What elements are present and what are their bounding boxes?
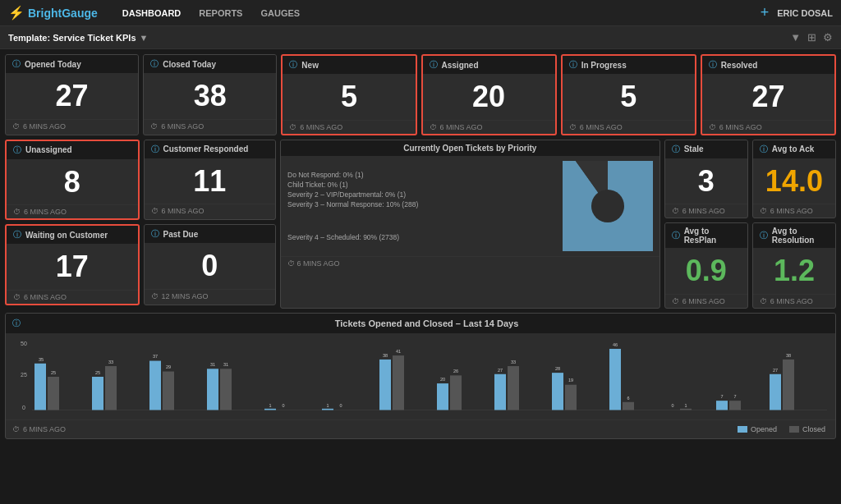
settings-icon[interactable]: ⚙ <box>823 31 833 44</box>
info-icon[interactable]: ⓘ <box>13 229 21 241</box>
navbar: ⚡ BrightGauge DASHBOARD REPORTS GAUGES +… <box>0 0 841 26</box>
clock-icon: ⏱ <box>709 123 716 131</box>
clock-icon: ⏱ <box>12 122 20 131</box>
customer-responded-card: ⓘCustomer Responded 11 ⏱6 MINS AGO <box>144 140 277 221</box>
nav-gauges[interactable]: GAUGES <box>252 5 308 21</box>
svg-text:30/Jan/2015: 30/Jan/2015 <box>208 413 228 414</box>
svg-text:38: 38 <box>383 353 388 358</box>
bar-chart-svg: 50 25 0 35 25 27/Jan/2015 25 33 28/J <box>14 340 827 414</box>
avg-to-resolution-card: ⓘAvg to Resolution 1.2 ⏱6 MINS AGO <box>752 222 836 309</box>
info-icon[interactable]: ⓘ <box>150 58 159 70</box>
bar-chart-time: 6 MINS AGO <box>23 425 66 433</box>
info-icon[interactable]: ⓘ <box>289 59 297 71</box>
pie-legend-item: Child Ticket: 0% (1) <box>287 181 554 189</box>
svg-text:06/Feb/2015: 06/Feb/2015 <box>609 413 631 414</box>
bar-closed <box>680 409 692 410</box>
bar-opened <box>716 401 728 410</box>
filter-icon[interactable]: ▼ <box>790 31 801 44</box>
clock-icon: ⏱ <box>151 292 159 300</box>
svg-text:35: 35 <box>39 357 44 362</box>
bar-closed <box>508 366 519 410</box>
pie-chart-card: Currently Open Tickets by Priority Do No… <box>280 140 660 309</box>
bar-opened <box>92 377 103 410</box>
add-button[interactable]: + <box>761 4 770 21</box>
svg-text:25: 25 <box>21 372 27 378</box>
bar-opened <box>207 369 218 410</box>
svg-text:08/Feb/2015: 08/Feb/2015 <box>716 413 738 414</box>
layout-icon[interactable]: ⊞ <box>807 31 816 44</box>
bar-closed <box>623 402 634 410</box>
svg-text:28: 28 <box>555 366 560 371</box>
info-icon[interactable]: ⓘ <box>12 58 21 70</box>
bar-chart-header: ⓘ Tickets Opened and Closed – Last 14 Da… <box>6 314 835 333</box>
past-due-card: ⓘPast Due 0 ⏱12 MINS AGO <box>144 224 277 305</box>
svg-text:05/Feb/2015: 05/Feb/2015 <box>552 413 573 414</box>
clock-icon: ⏱ <box>569 123 577 131</box>
svg-text:38: 38 <box>786 353 791 358</box>
nav-right: + ERIC DOSAL <box>761 4 833 21</box>
clock-icon: ⏱ <box>12 425 20 433</box>
svg-text:27/Jan/2015: 27/Jan/2015 <box>35 413 56 414</box>
svg-text:0: 0 <box>339 403 342 408</box>
svg-text:1: 1 <box>326 403 329 408</box>
clock-icon: ⏱ <box>151 207 159 215</box>
pie-legend-item: Severity 3 – Normal Response: 10% (288) <box>287 200 554 208</box>
info-icon[interactable]: ⓘ <box>760 230 768 241</box>
bar-chart-body: 50 25 0 35 25 27/Jan/2015 25 33 28/J <box>6 333 835 419</box>
info-icon[interactable]: ⓘ <box>672 144 680 155</box>
svg-text:01/Feb/2015: 01/Feb/2015 <box>322 413 343 414</box>
clock-icon: ⏱ <box>760 207 767 215</box>
info-icon[interactable]: ⓘ <box>13 144 21 156</box>
user-name: ERIC DOSAL <box>777 8 833 18</box>
svg-text:0: 0 <box>671 403 673 408</box>
nav-links: DASHBOARD REPORTS GAUGES <box>114 5 761 21</box>
svg-text:28/Jan/2015: 28/Jan/2015 <box>93 413 113 414</box>
nav-dashboard[interactable]: DASHBOARD <box>114 5 190 21</box>
svg-text:04/Feb/2015: 04/Feb/2015 <box>494 413 516 414</box>
bar-opened <box>770 374 781 410</box>
bar-closed <box>163 371 174 410</box>
info-icon[interactable]: ⓘ <box>151 144 159 155</box>
opened-today-card: ⓘOpened Today 27 ⏱6 MINS AGO <box>5 54 139 135</box>
svg-text:07/Feb/2015: 07/Feb/2015 <box>667 413 688 414</box>
subheader-actions: ▼ ⊞ ⚙ <box>790 31 833 44</box>
legend-opened: Opened <box>738 425 777 433</box>
chevron-down-icon: ▼ <box>140 33 149 43</box>
middle-row: ⓘUnassigned 8 ⏱6 MINS AGO ⓘCustomer Resp… <box>5 140 836 309</box>
svg-text:33: 33 <box>511 360 516 364</box>
in-progress-card: ⓘIn Progress 5 ⏱6 MINS AGO <box>561 54 696 135</box>
svg-text:25: 25 <box>95 370 100 375</box>
info-icon[interactable]: ⓘ <box>430 59 438 71</box>
svg-text:02/Feb/2015: 02/Feb/2015 <box>379 413 401 414</box>
svg-text:31/Jan/2015: 31/Jan/2015 <box>265 413 286 414</box>
svg-text:03/Feb/2015: 03/Feb/2015 <box>437 413 458 414</box>
clock-icon: ⏱ <box>289 123 296 131</box>
info-icon[interactable]: ⓘ <box>672 230 680 241</box>
info-icon[interactable]: ⓘ <box>12 318 21 329</box>
clock-icon: ⏱ <box>287 259 295 268</box>
template-selector[interactable]: Template: Service Ticket KPIs ▼ <box>8 33 148 43</box>
nav-reports[interactable]: REPORTS <box>191 5 250 21</box>
closed-today-card: ⓘClosed Today 38 ⏱6 MINS AGO <box>143 54 277 135</box>
info-icon[interactable]: ⓘ <box>760 144 768 155</box>
clock-icon: ⏱ <box>760 297 767 305</box>
bar-closed <box>48 377 59 410</box>
svg-text:19: 19 <box>568 378 573 383</box>
info-icon[interactable]: ⓘ <box>709 59 717 71</box>
closed-color-box <box>789 426 799 433</box>
svg-point-2 <box>591 190 624 222</box>
info-icon[interactable]: ⓘ <box>569 59 577 71</box>
logo-icon: ⚡ <box>8 5 25 21</box>
pie-chart-visual <box>563 161 653 251</box>
bar-chart-card: ⓘ Tickets Opened and Closed – Last 14 Da… <box>5 313 836 439</box>
svg-text:09/Feb/2015: 09/Feb/2015 <box>774 413 795 414</box>
clock-icon: ⏱ <box>430 123 437 131</box>
bar-opened <box>264 409 276 410</box>
svg-text:29: 29 <box>166 364 171 369</box>
new-card: ⓘNew 5 ⏱6 MINS AGO <box>281 54 416 135</box>
avg-to-resplan-card: ⓘAvg to ResPlan 0.9 ⏱6 MINS AGO <box>664 222 748 309</box>
resolved-card: ⓘResolved 27 ⏱6 MINS AGO <box>701 54 836 135</box>
svg-text:7: 7 <box>733 394 736 399</box>
subheader: Template: Service Ticket KPIs ▼ ▼ ⊞ ⚙ <box>0 26 841 49</box>
info-icon[interactable]: ⓘ <box>151 228 159 240</box>
